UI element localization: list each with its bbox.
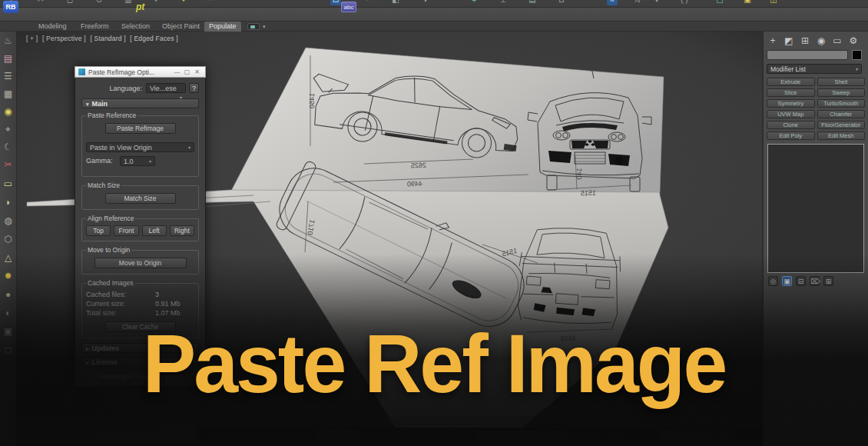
symmetry-button[interactable]: Symmetry (767, 99, 815, 108)
align-top-button[interactable]: Top (86, 225, 111, 236)
tab-freeform[interactable]: Freeform (76, 22, 114, 32)
light-tool-icon[interactable]: ◉ (2, 105, 15, 118)
abc-tool-icon[interactable]: abc (341, 2, 356, 12)
toolbar-icon[interactable]: ⊔ (556, 0, 567, 5)
help-button[interactable]: ? (189, 83, 199, 93)
toolbar-icon[interactable]: ⊥ (498, 0, 509, 5)
toolbar-icon[interactable]: ＋ (469, 0, 479, 5)
pin-stack-icon[interactable]: ◎ (768, 276, 778, 286)
scissors-tool-icon[interactable]: ✂ (2, 158, 15, 171)
object-color-swatch[interactable] (852, 50, 862, 60)
teapot-tool-icon[interactable]: ♨ (2, 35, 15, 48)
sphere2-primitive-icon[interactable]: ● (2, 288, 15, 301)
tab-modeling[interactable]: Modeling (34, 22, 71, 32)
move-to-origin-button[interactable]: Move to Origin (94, 258, 187, 268)
viewport-menu-pov[interactable]: [ Perspective ] (42, 35, 86, 42)
dropdown-caret-icon[interactable]: ▾ (651, 0, 662, 5)
clone-button[interactable]: Clone (767, 121, 815, 129)
target-tool-icon[interactable]: ⌖ (2, 123, 15, 136)
dome-primitive-icon[interactable]: ◗ (2, 196, 15, 209)
plane-primitive-icon[interactable]: ▭ (2, 178, 15, 191)
toolbar-icon[interactable]: ✦ (151, 0, 161, 5)
updates-rollout-header[interactable]: ▸Updates (81, 343, 199, 353)
uvw-map-button[interactable]: UVW Map (767, 110, 815, 118)
chamfer-button[interactable]: Chamfer (817, 110, 866, 118)
toolbar-icon[interactable]: ⋯ (206, 0, 217, 5)
minimize-icon[interactable]: — (172, 68, 182, 75)
viewport-menu-mode[interactable]: [ Edged Faces ] (130, 35, 178, 42)
close-icon[interactable]: ✕ (192, 68, 202, 75)
tab-selection[interactable]: Selection (117, 22, 154, 32)
modifier-stack-list[interactable] (767, 144, 864, 273)
toolbar-icon-selected[interactable]: ⌗ (607, 0, 618, 5)
modifier-list-dropdown[interactable]: Modifier List▾ (767, 64, 862, 74)
chevron-down-icon[interactable]: ▾ (263, 24, 266, 30)
toolbar-icon[interactable]: ✂ (35, 0, 46, 5)
edit-mesh-button[interactable]: Edit Mesh (817, 131, 866, 140)
utilities-tab-icon[interactable]: ⚙ (847, 35, 860, 47)
align-left-button[interactable]: Left (142, 225, 167, 236)
toolbar-icon[interactable]: ( ) (676, 0, 693, 5)
geosphere-primitive-icon[interactable]: ⬡ (2, 233, 15, 246)
edit-poly-button[interactable]: Edit Poly (767, 131, 815, 140)
box-tool-icon[interactable]: ▣ (2, 325, 15, 338)
extrude-button[interactable]: Extrude (767, 78, 815, 86)
toolbar-icon[interactable]: ▢ (714, 0, 725, 5)
maxscript-listener-row[interactable] (6, 419, 195, 430)
percent-snap-icon[interactable]: % (631, 0, 642, 5)
window-tool-icon[interactable]: ▤ (2, 52, 15, 65)
sphere-primitive-icon[interactable]: ◍ (2, 215, 15, 228)
rb-logo-button[interactable]: RB (3, 1, 18, 13)
toolbar-icon[interactable]: ▣ (742, 0, 753, 5)
object-name-field[interactable] (767, 50, 848, 60)
clear-cache-button[interactable]: Clear Cache (105, 321, 176, 332)
hemisphere-tool-icon[interactable]: ◐ (2, 307, 15, 320)
toolbar-icon[interactable]: ◻ (65, 0, 75, 5)
floorgenerator-button[interactable]: FloorGenerator (817, 121, 866, 129)
gamma-dropdown[interactable]: 1.0▾ (120, 156, 155, 166)
tab-populate[interactable]: Populate (204, 22, 241, 32)
ribbon-minimize-icon[interactable] (247, 23, 260, 30)
toolbar-icon[interactable]: ▥ (123, 0, 134, 5)
show-end-result-icon[interactable]: ▣ (782, 276, 792, 286)
shell-button[interactable]: Shell (817, 78, 866, 86)
align-front-button[interactable]: Front (114, 225, 138, 236)
slice-button[interactable]: Slice (767, 88, 815, 97)
remove-modifier-icon[interactable]: ⌦ (810, 276, 820, 286)
modify-tab-icon[interactable]: ◩ (783, 35, 795, 47)
viewport-menu-shading[interactable]: [ Standard ] (90, 35, 125, 42)
maximize-icon[interactable]: ▢ (182, 68, 192, 75)
display-tab-icon[interactable]: ▭ (831, 35, 843, 47)
table-tool-icon[interactable]: ▦ (2, 88, 15, 101)
motion-tab-icon[interactable]: ◉ (815, 35, 827, 47)
star-primitive-icon[interactable]: ✹ (2, 270, 15, 283)
paste-refimage-button[interactable]: Paste RefImage (105, 123, 176, 134)
toolbar-icon[interactable]: ◑ (419, 0, 430, 5)
dialog-title-bar[interactable]: Paste RefImage Opti... — ▢ ✕ (75, 66, 206, 78)
paste-mode-dropdown[interactable]: Paste in View Origin▾ (86, 142, 194, 152)
toolbar-icon[interactable]: ◧ (390, 0, 401, 5)
list-tool-icon[interactable]: ☰ (2, 70, 15, 83)
toolbar-icon[interactable]: ◔ (361, 0, 372, 5)
language-dropdown[interactable]: Vie...ese▾ (146, 83, 186, 93)
make-unique-icon[interactable]: ⊟ (796, 276, 806, 286)
create-tab-icon[interactable]: + (767, 35, 779, 47)
moon-tool-icon[interactable]: ☾ (2, 141, 15, 154)
hierarchy-tab-icon[interactable]: ⊞ (799, 35, 811, 47)
rect-tool-icon[interactable]: ◻ (2, 344, 15, 357)
configure-modifier-sets-icon[interactable]: ⊞ (823, 276, 833, 286)
pt-plugin-logo[interactable]: pt (136, 2, 144, 12)
tab-object-paint[interactable]: Object Paint (157, 22, 204, 32)
toolbar-icon-selected[interactable]: ⊡ (330, 0, 341, 5)
match-size-button[interactable]: Match Size (105, 193, 176, 204)
license-rollout-header[interactable]: ▸License (81, 357, 199, 367)
maxscript-listener-row[interactable] (6, 431, 195, 442)
turbosmooth-button[interactable]: TurboSmooth (817, 99, 866, 108)
toolbar-icon[interactable]: ✦ (178, 0, 189, 5)
toolbar-icon[interactable]: ▤ (527, 0, 538, 5)
viewport-menu-general[interactable]: [ + ] (26, 35, 38, 42)
align-right-button[interactable]: Right (170, 225, 194, 236)
sweep-button[interactable]: Sweep (817, 88, 866, 97)
toolbar-icon[interactable]: ◫ (768, 0, 779, 5)
cone-primitive-icon[interactable]: △ (2, 251, 15, 265)
